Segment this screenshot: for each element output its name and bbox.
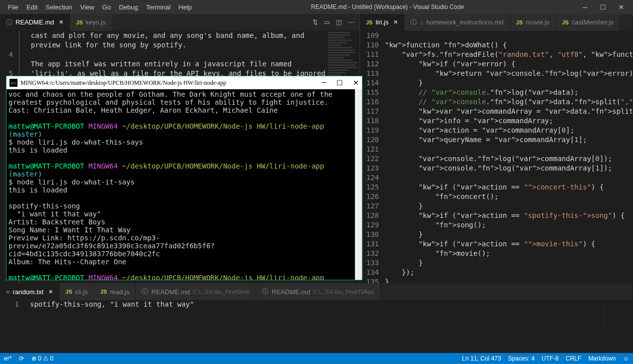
editor-bottom[interactable]: 1 spotify-this-song, "i want it that way… [0, 300, 633, 330]
editor-group-right: JS liri.js✕ⓘ ↓ homework_instructions.mdJ… [359, 14, 633, 283]
status-left[interactable]: er* ⟳ ⊗ 0 ⚠ 0 [4, 355, 53, 362]
menu-bar: FileEditSelectionViewGoDebugTerminalHelp [0, 1, 196, 13]
close-icon[interactable]: ✕ [48, 289, 53, 295]
line-numbers: 1091101111121131141151161171181191201211… [360, 31, 385, 283]
preview-icon[interactable]: ▭ [324, 18, 330, 26]
status-item[interactable]: Spaces: 4 [508, 355, 535, 362]
status-item[interactable]: Markdown [588, 355, 616, 362]
file-icon: ≡ [6, 288, 10, 296]
tab-readme-md[interactable]: ⓘ README.md C:\...\13-Stu_FindShow [136, 283, 256, 300]
menu-help[interactable]: Help [175, 1, 196, 13]
tab-label: liri.js [375, 18, 388, 26]
status-item[interactable]: ☺ [623, 355, 629, 362]
status-bar: er* ⟳ ⊗ 0 ⚠ 0 Ln 11, Col 473Spaces: 4UTF… [0, 353, 633, 364]
download-icon: ↓ [420, 18, 423, 26]
tab-bar-bottom: ≡ random.txt✕JS cli.jsJS read.jsⓘ README… [0, 283, 633, 300]
tab-label: cli.js [75, 288, 87, 296]
menu-file[interactable]: File [4, 1, 22, 13]
tab-bar-right: JS liri.js✕ⓘ ↓ homework_instructions.mdJ… [360, 14, 633, 31]
status-right[interactable]: Ln 11, Col 473Spaces: 4UTF-8CRLFMarkdown… [462, 355, 629, 362]
code-content[interactable]: spotify-this-song, "i want it that way" [25, 300, 603, 330]
js-icon: JS [562, 19, 569, 25]
terminal-icon: c:\ [9, 79, 17, 87]
menu-debug[interactable]: Debug [115, 1, 142, 13]
more-icon[interactable]: ⋯ [348, 18, 354, 26]
maximize-icon[interactable]: ☐ [336, 79, 343, 87]
terminal-titlebar[interactable]: c:\ MINGW64:/c/Users/mattw/desktop/UPCB/… [6, 76, 362, 89]
menu-terminal[interactable]: Terminal [142, 1, 174, 13]
tab-label: README.md [15, 18, 54, 26]
minimap[interactable] [603, 300, 633, 330]
tab-label: read.js [110, 288, 129, 296]
titlebar: FileEditSelectionViewGoDebugTerminalHelp… [0, 0, 633, 14]
terminal-window[interactable]: c:\ MINGW64:/c/Users/mattw/desktop/UPCB/… [6, 76, 362, 280]
menu-view[interactable]: View [76, 1, 98, 13]
markdown-icon: ⓘ [6, 18, 12, 27]
line-numbers: 1 [0, 300, 25, 330]
tab-label: castMember.js [572, 18, 614, 26]
close-icon[interactable]: ✕ [393, 19, 398, 25]
code-content[interactable]: "kw">function "fn">doWhat() { "var">fs."… [385, 31, 633, 283]
tab-label: README.md [272, 288, 310, 296]
window-title: README.md - Untitled (Workspace) - Visua… [196, 3, 579, 10]
terminal-content[interactable]: voc and chaos on the people of Gotham. T… [6, 89, 355, 280]
js-icon: JS [366, 19, 372, 25]
tab-cli-js[interactable]: JS cli.js [59, 283, 94, 300]
menu-go[interactable]: Go [98, 1, 115, 13]
js-icon: JS [65, 289, 72, 295]
tab-readme-md[interactable]: ⓘ README.md✕ [0, 14, 70, 31]
tab-label: movie.js [526, 18, 550, 26]
status-item[interactable]: ⊗ 0 ⚠ 0 [31, 355, 53, 362]
tab-castmember-js[interactable]: JS castMember.js [556, 14, 620, 31]
tab-random-txt[interactable]: ≡ random.txt✕ [0, 283, 59, 300]
js-icon: JS [100, 289, 107, 295]
js-icon: JS [76, 19, 82, 25]
maximize-icon[interactable]: ☐ [597, 3, 609, 11]
tab-label: README.md [151, 288, 190, 296]
status-item[interactable]: ⟳ [19, 355, 24, 362]
minimize-icon[interactable]: ─ [321, 79, 326, 87]
tab-keys-js[interactable]: JS keys.js [70, 14, 112, 31]
terminal-scrollbar[interactable] [355, 89, 362, 280]
close-icon[interactable]: ✕ [615, 3, 627, 11]
tab-label: homework_instructions.md [426, 18, 504, 26]
markdown-icon: ⓘ [410, 18, 417, 27]
close-icon[interactable]: ✕ [353, 79, 359, 87]
tab-label: keys.js [86, 18, 106, 26]
terminal-title: MINGW64:/c/Users/mattw/desktop/UPCB/HOME… [20, 79, 226, 87]
status-item[interactable]: er* [4, 355, 11, 362]
tab-label: random.txt [13, 288, 43, 296]
window-controls: ─ ☐ ✕ [579, 3, 633, 11]
tab-path: C:\...\14-Stu_FinalTVApp [314, 289, 374, 295]
tab-readme-md[interactable]: ⓘ README.md C:\...\14-Stu_FinalTVApp [256, 283, 380, 300]
info-icon: ⓘ [142, 287, 148, 296]
js-icon: JS [516, 19, 523, 25]
status-item[interactable]: Ln 11, Col 473 [462, 355, 501, 362]
status-item[interactable]: CRLF [566, 355, 581, 362]
split-icon[interactable]: ◫ [336, 18, 342, 26]
editor-right[interactable]: 1091101111121131141151161171181191201211… [360, 31, 633, 283]
info-icon: ⓘ [262, 287, 269, 296]
tab-path: C:\...\13-Stu_FindShow [193, 289, 250, 295]
tab-bar-left: ⓘ README.md✕JS keys.js ⇅ ▭ ◫ ⋯ [0, 14, 359, 31]
menu-selection[interactable]: Selection [41, 1, 76, 13]
tab-homework_instructions-md[interactable]: ⓘ ↓ homework_instructions.md [404, 14, 510, 31]
close-icon[interactable]: ✕ [59, 19, 63, 25]
tab-movie-js[interactable]: JS movie.js [510, 14, 556, 31]
tab-read-js[interactable]: JS read.js [94, 283, 136, 300]
tab-liri-js[interactable]: JS liri.js✕ [360, 14, 404, 31]
minimize-icon[interactable]: ─ [579, 3, 591, 11]
menu-edit[interactable]: Edit [22, 1, 41, 13]
compare-icon[interactable]: ⇅ [313, 18, 318, 26]
status-item[interactable]: UTF-8 [542, 355, 559, 362]
